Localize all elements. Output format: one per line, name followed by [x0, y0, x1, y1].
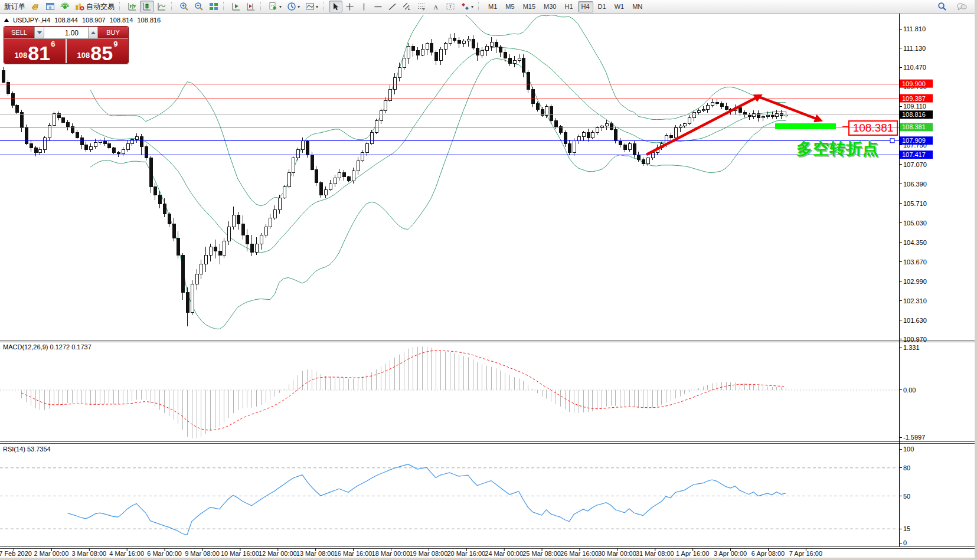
price-axis: 111.810111.130110.470109.790109.110107.7… — [899, 14, 927, 546]
buy-price-display[interactable]: 108859 — [67, 39, 128, 63]
svg-text:102.990: 102.990 — [903, 278, 927, 285]
volume-increase-button[interactable] — [88, 27, 98, 39]
candles — [2, 33, 788, 327]
svg-text:25 Mar 08:00: 25 Mar 08:00 — [522, 550, 561, 557]
window-bottom-edge — [0, 558, 977, 560]
data-window-icon[interactable] — [43, 1, 57, 12]
periods-button[interactable]: ▾ — [285, 1, 302, 12]
svg-text:31 Mar 08:00: 31 Mar 08:00 — [636, 550, 674, 557]
timeframe-D1-button[interactable]: D1 — [594, 1, 610, 12]
line-selection-handle[interactable] — [890, 139, 894, 143]
level-lines[interactable] — [0, 84, 899, 155]
svg-text:101.630: 101.630 — [903, 317, 927, 324]
toolbar-separator — [478, 2, 481, 11]
svg-text:108.816: 108.816 — [902, 111, 926, 118]
zoom-out-button[interactable] — [192, 1, 206, 12]
zoom-in-button[interactable] — [177, 1, 191, 12]
indicators-button[interactable]: ▾ — [266, 1, 284, 12]
cursor-tool-button[interactable] — [329, 1, 342, 12]
price-chart-canvas[interactable]: 111.810111.130110.470109.790109.110107.7… — [0, 14, 977, 560]
volume-control: 1.00 — [34, 27, 98, 39]
channel-tool-button[interactable]: E — [400, 1, 414, 12]
timeframe-M5-button[interactable]: M5 — [502, 1, 518, 12]
svg-text:30 Mar 00:00: 30 Mar 00:00 — [598, 550, 636, 557]
vertical-line-tool-button[interactable] — [357, 1, 371, 12]
toolbar-separator — [323, 2, 326, 11]
toolbar: 新订单 自动交易 — [0, 0, 977, 14]
svg-text:108.381: 108.381 — [902, 123, 926, 130]
timeframe-M15-button[interactable]: M15 — [519, 1, 539, 12]
candlestick-chart-button[interactable] — [140, 1, 154, 12]
macd-panel — [0, 346, 899, 438]
trend-arrow-down[interactable] — [760, 97, 821, 120]
navigator-icon[interactable] — [58, 1, 72, 12]
symbol-title-bar: USDJPY-,H4 108.844 108.907 108.814 108.8… — [4, 17, 161, 24]
turning-point-note[interactable]: 多空转折点 — [796, 138, 879, 159]
text-tool-button[interactable]: A — [429, 1, 443, 12]
svg-text:105.030: 105.030 — [903, 220, 927, 227]
volume-input[interactable]: 1.00 — [44, 27, 88, 39]
bar-chart-button[interactable] — [125, 1, 139, 12]
svg-text:106.390: 106.390 — [903, 181, 927, 188]
svg-text:50: 50 — [903, 493, 910, 500]
svg-text:20 Mar 16:00: 20 Mar 16:00 — [447, 550, 485, 557]
svg-text:104.350: 104.350 — [903, 239, 927, 246]
svg-text:9 Mar 08:00: 9 Mar 08:00 — [185, 550, 220, 557]
autotrading-label: 自动交易 — [86, 2, 115, 12]
search-icon[interactable] — [935, 1, 949, 12]
auto-scroll-button[interactable] — [229, 1, 243, 12]
panel-separators — [0, 340, 977, 549]
symbol-period-label: USDJPY-,H4 — [13, 17, 50, 24]
toolbar-right — [935, 1, 975, 12]
svg-text:4 Mar 16:00: 4 Mar 16:00 — [109, 550, 144, 557]
crosshair-tool-button[interactable] — [343, 1, 357, 12]
chat-icon[interactable] — [954, 1, 969, 12]
templates-button[interactable]: ▾ — [303, 1, 321, 12]
svg-text:15: 15 — [903, 525, 910, 532]
volume-decrease-button[interactable] — [34, 27, 44, 39]
toolbar-separator — [260, 2, 263, 11]
sell-price-display[interactable]: 108816 — [4, 39, 66, 63]
chart-shift-button[interactable] — [244, 1, 258, 12]
svg-text:T: T — [449, 4, 452, 9]
rsi-panel — [0, 464, 899, 535]
text-label-tool-button[interactable]: T — [443, 1, 458, 12]
timeframe-H4-button[interactable]: H4 — [578, 1, 593, 12]
ohlc-high: 108.907 — [82, 17, 106, 24]
bollinger-bands — [90, 14, 786, 329]
svg-text:111.810: 111.810 — [903, 25, 926, 32]
time-axis: 27 Feb 20202 Mar 00:003 Mar 08:004 Mar 1… — [0, 548, 822, 557]
toolbar-separator — [119, 2, 122, 11]
svg-text:107.417: 107.417 — [902, 151, 926, 158]
collapse-triangle-icon[interactable] — [4, 18, 9, 22]
autotrading-icon — [75, 2, 84, 11]
svg-text:107.070: 107.070 — [903, 161, 927, 168]
timeframe-MN-button[interactable]: MN — [629, 1, 646, 12]
sell-button[interactable]: SELL — [4, 27, 34, 39]
trendline-tool-button[interactable] — [385, 1, 399, 12]
line-chart-button[interactable] — [155, 1, 169, 12]
sell-price-big: 81 — [28, 45, 50, 61]
new-order-button[interactable]: 新订单 — [2, 1, 28, 12]
svg-text:103.670: 103.670 — [903, 258, 927, 266]
timeframe-M1-button[interactable]: M1 — [485, 1, 501, 12]
toolbar-separator — [171, 2, 174, 11]
svg-text:A: A — [433, 3, 438, 10]
tile-windows-button[interactable] — [207, 1, 221, 12]
svg-text:18 Mar 00:00: 18 Mar 00:00 — [372, 550, 410, 557]
timeframe-W1-button[interactable]: W1 — [611, 1, 628, 12]
arrows-tool-button[interactable]: ▾ — [458, 1, 476, 12]
horizontal-line-tool-button[interactable] — [371, 1, 385, 12]
buy-button[interactable]: BUY — [98, 27, 128, 39]
svg-text:-1.5997: -1.5997 — [903, 434, 925, 441]
price-note-label[interactable]: 108.381 — [848, 120, 898, 136]
chart-region: 111.810111.130110.470109.790109.110107.7… — [0, 14, 977, 560]
autotrading-button[interactable]: 自动交易 — [73, 1, 117, 12]
svg-text:10 Mar 16:00: 10 Mar 16:00 — [221, 550, 259, 557]
timeframe-H1-button[interactable]: H1 — [561, 1, 576, 12]
market-watch-icon[interactable] — [28, 1, 43, 12]
timeframe-M30-button[interactable]: M30 — [540, 1, 560, 12]
buy-price-sup: 9 — [113, 40, 117, 48]
fibonacci-tool-button[interactable]: F — [414, 1, 429, 12]
highlight-rectangle[interactable] — [775, 123, 836, 129]
